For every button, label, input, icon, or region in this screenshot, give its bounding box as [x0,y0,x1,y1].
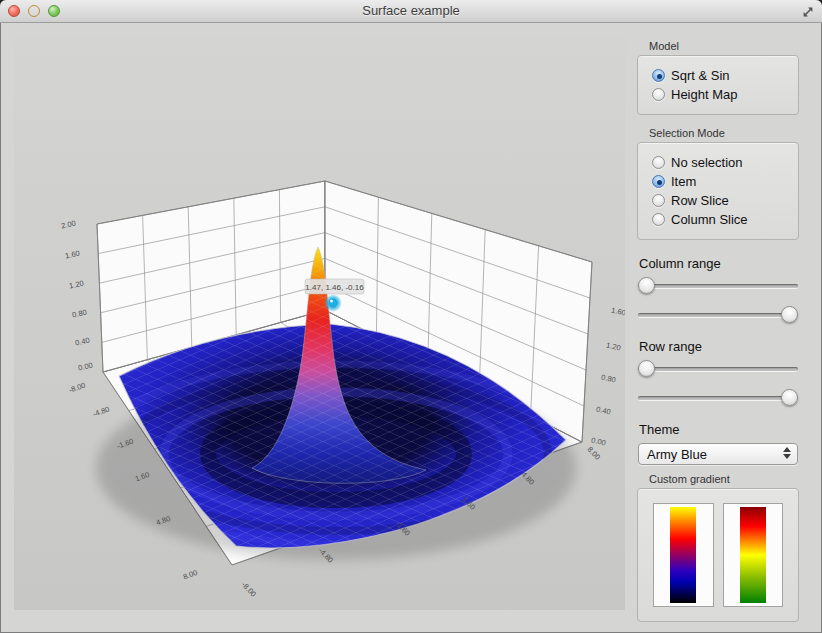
slider-groove [638,367,798,371]
model-group-title: Model [649,40,799,52]
selection-mode-groupbox: No selection Item Row Slice Column Slice [637,142,799,240]
radio-column-slice[interactable]: Column Slice [652,210,798,229]
arrow-down-icon [783,454,791,459]
radio-unselected-icon [652,88,665,101]
app-window: Surface example [0,0,822,633]
column-range-label: Column range [639,256,799,271]
selection-label-text: 1.47, 1.46, -0.16 [305,283,364,292]
radio-height-map[interactable]: Height Map [652,85,798,104]
radio-unselected-icon [652,156,665,169]
slider-groove [638,396,798,400]
gradient-strip-green-yellow-red [740,507,766,603]
row-range-label: Row range [639,339,799,354]
surface-plot[interactable]: 1.47, 1.46, -0.16 2.00 1.60 1.20 0.80 0.… [14,38,625,610]
radio-sqrt-sin[interactable]: Sqrt & Sin [652,66,798,85]
stepper-arrows-icon [783,447,791,459]
selection-label: 1.47, 1.46, -0.16 [305,279,364,294]
gradient-strip-black-blue-red-yellow [670,507,696,603]
slider-knob[interactable] [638,277,655,294]
slider-groove [638,313,798,317]
gradient-button-black-blue-red-yellow[interactable] [653,503,714,607]
custom-gradient-groupbox [637,488,799,622]
model-groupbox: Sqrt & Sin Height Map [637,55,799,115]
column-range-min-slider[interactable] [638,277,798,294]
slider-knob[interactable] [638,360,655,377]
radio-item[interactable]: Item [652,172,798,191]
theme-select[interactable]: Army Blue [638,443,798,465]
arrow-up-icon [783,447,791,452]
row-range-min-slider[interactable] [638,360,798,377]
slider-groove [638,284,798,288]
row-range-max-slider[interactable] [638,389,798,406]
column-range-max-slider[interactable] [638,306,798,323]
radio-selected-icon [652,69,665,82]
radio-row-slice[interactable]: Row Slice [652,191,798,210]
selected-point-marker[interactable] [329,299,337,307]
radio-unselected-icon [652,213,665,226]
selection-mode-group-title: Selection Mode [649,127,799,139]
titlebar[interactable]: Surface example [0,0,822,23]
radio-no-selection[interactable]: No selection [652,153,798,172]
slider-knob[interactable] [781,389,798,406]
control-panel: Model Sqrt & Sin Height Map Selection Mo… [637,40,799,622]
radio-selected-icon [652,175,665,188]
selected-point-highlight [330,300,333,303]
radio-unselected-icon [652,194,665,207]
fullscreen-icon[interactable] [801,5,815,19]
gradient-button-green-yellow-red[interactable] [723,503,784,607]
window-title: Surface example [0,3,822,18]
custom-gradient-group-title: Custom gradient [649,473,799,485]
theme-selected-value: Army Blue [647,447,707,462]
theme-label: Theme [639,422,799,437]
slider-knob[interactable] [781,306,798,323]
